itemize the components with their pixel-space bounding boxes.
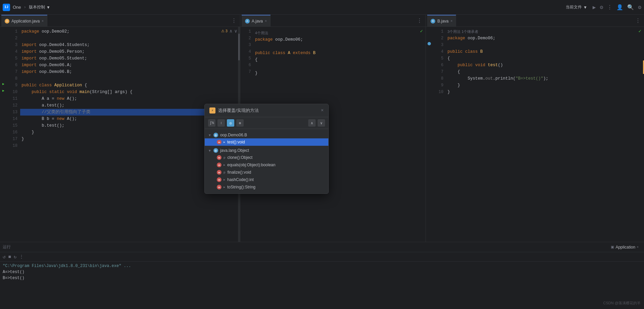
expand-all-btn[interactable]: ∧ [308,119,316,127]
tree-group-header-object[interactable]: ▼ ◎ java.lang.Object [205,147,328,154]
method-icon: m [217,140,222,144]
method-label: clone():Object [228,155,253,160]
terminal-icon: ▣ [611,245,614,249]
current-file-label: 当前文件 [566,4,582,10]
console-line: "C:\Program Files\Java\jdk1.8.0_231\bin\… [3,263,641,269]
current-file-chevron-icon: ▼ [583,5,587,10]
group-label: oop.Demo06.B [220,133,247,137]
gear-icon[interactable]: ⚙ [638,4,641,11]
collapse-all-btn[interactable]: ∨ [318,119,325,127]
filter-btn-abstract[interactable]: ⊕ [236,119,244,127]
titlebar-icons: ▶ ⚙ ⋮ 👤 🔍 ⚙ [593,4,641,11]
modal-content: ▼ ◎ oop.Demo06.B m ▸ test():void ▼ ◎ [205,129,328,193]
tree-group-object: ▼ ◎ java.lang.Object m p clone():Object … [205,146,328,191]
method-item-hashcode[interactable]: m ▸ hashCode():int [205,176,328,183]
access-modifier: ▸ [224,163,225,167]
method-label: finalize():void [228,170,251,175]
modal-close-button[interactable]: × [321,108,324,113]
method-label: toString():String [227,185,255,189]
method-item-test-void[interactable]: m ▸ test():void [205,138,328,146]
more-icon[interactable]: ⋮ [19,254,24,260]
access-modifier: p [224,171,226,174]
method-item-equals[interactable]: m ▸ equals(obj:Object):boolean [205,161,328,169]
search-icon[interactable]: 🔍 [627,4,634,11]
modal-overlay: ⚡ 选择覆盖/实现的方法 × ∫% ↕ ◎ ⊕ ∧ ∨ ▼ ◎ oo [0,15,644,242]
method-icon: m [217,163,222,167]
vcs-chevron-icon: ▼ [46,5,50,10]
class-icon: ◎ [213,148,218,153]
override-method-dialog: ⚡ 选择覆盖/实现的方法 × ∫% ↕ ◎ ⊕ ∧ ∨ ▼ ◎ oo [204,104,329,194]
access-modifier: ▸ [224,178,225,181]
titlebar: IJ One › 版本控制 ▼ 当前文件 ▼ ▶ ⚙ ⋮ 👤 🔍 ⚙ [0,0,644,15]
bottom-tab-application[interactable]: ▣ Application × [608,242,641,252]
titlebar-left: IJ One › 版本控制 ▼ [3,4,566,11]
method-icon: m [217,177,222,182]
vcs-label: 版本控制 [29,4,45,10]
modal-title: 选择覆盖/实现的方法 [218,107,318,114]
watermark: CSDN @落满樱花的羊 [603,301,641,306]
method-label: hashCode():int [227,177,254,182]
console-area[interactable]: "C:\Program Files\Java\jdk1.8.0_231\bin\… [0,262,644,309]
vcs-control[interactable]: 版本控制 ▼ [29,4,50,10]
bottom-tab-bar: 运行 ▣ Application × [0,242,644,252]
project-name: One [13,5,21,10]
bottom-toolbar: ↺ ■ ↻ ⋮ [0,252,644,262]
method-item-clone[interactable]: m p clone():Object [205,154,328,161]
filter-btn-1[interactable]: ∫% [208,119,215,127]
app-icon: IJ [3,4,10,11]
separator: › [24,5,26,10]
bottom-tab-label: Application [615,245,635,250]
access-modifier: ▸ [224,140,225,144]
modal-title-icon: ⚡ [209,107,215,114]
tree-chevron-icon: ▼ [208,149,211,152]
bottom-tab-close-icon[interactable]: × [637,245,639,249]
stop-icon[interactable]: ■ [8,254,11,260]
access-modifier: ▸ [224,185,225,189]
account-icon[interactable]: 👤 [616,4,623,11]
run-section-label: 运行 [3,244,11,250]
group-label: java.lang.Object [220,148,249,153]
console-path: "C:\Program Files\Java\jdk1.8.0_231\bin\… [3,264,131,268]
console-line: B=>test() [3,275,641,281]
filter-btn-2[interactable]: ↕ [217,119,225,127]
more-vert-icon[interactable]: ⋮ [607,4,612,11]
current-file-button[interactable]: 当前文件 ▼ [566,4,587,10]
tree-group-demo06b: ▼ ◎ oop.Demo06.B m ▸ test():void [205,131,328,146]
method-icon: m [217,185,222,189]
method-item-tostring[interactable]: m ▸ toString():String [205,183,328,191]
titlebar-right: 当前文件 ▼ ▶ ⚙ ⋮ 👤 🔍 ⚙ [566,4,641,11]
method-item-finalize[interactable]: m p finalize():void [205,169,328,176]
editors-area: A Application.java × ⋮ ▶ ▶ [0,15,644,242]
bottom-panel: 运行 ▣ Application × ↺ ■ ↻ ⋮ "C:\Program F… [0,242,644,309]
modal-toolbar: ∫% ↕ ◎ ⊕ ∧ ∨ [205,117,328,129]
restart-icon[interactable]: ↺ [3,254,5,260]
access-modifier: p [224,156,226,159]
method-label: equals(obj:Object):boolean [227,163,275,167]
method-icon: m [217,155,222,160]
method-label: test():void [227,140,245,144]
tree-group-header-demo06b[interactable]: ▼ ◎ oop.Demo06.B [205,132,328,138]
settings-outline-icon[interactable]: ⚙ [600,4,603,11]
rerun-icon[interactable]: ↻ [14,254,16,260]
class-icon: ◎ [213,133,218,137]
modal-header: ⚡ 选择覆盖/实现的方法 × [205,104,328,117]
run-icon[interactable]: ▶ [593,4,596,11]
console-line: A=>test() [3,269,641,275]
filter-btn-interface[interactable]: ◎ [227,119,234,127]
method-icon: m [217,170,222,175]
tree-chevron-icon: ▼ [208,133,211,137]
